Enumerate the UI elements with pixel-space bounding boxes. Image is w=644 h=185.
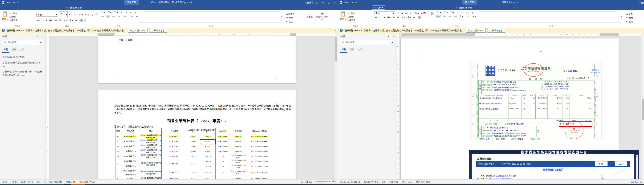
align-right-button[interactable] bbox=[112, 15, 116, 18]
table-cell[interactable]: 2100224130 bbox=[216, 144, 230, 149]
table-cell[interactable]: / bbox=[216, 169, 230, 177]
outline-heading[interactable] bbox=[338, 123, 396, 127]
shrink-font-button[interactable]: A˅ bbox=[73, 13, 77, 16]
table-cell[interactable]: 2.45 bbox=[187, 177, 200, 179]
language-indicator[interactable]: 英语(美国) bbox=[388, 180, 398, 183]
vertical-scrollbar[interactable] bbox=[335, 33, 338, 179]
format-painter-button[interactable]: 格式刷 bbox=[10, 19, 18, 22]
table-cell[interactable]: 4704106637 bbox=[162, 134, 187, 139]
invoice-scan-image[interactable]: 2100224130 辽宁增值税专用发票 全国统一发票监制章 辽 宁 国家税务总… bbox=[470, 62, 602, 140]
search-dropdown-icon[interactable]: ▾ bbox=[392, 42, 393, 43]
table-cell[interactable]: 00404046 bbox=[230, 139, 246, 144]
style-item[interactable] bbox=[256, 12, 268, 22]
outline-heading[interactable] bbox=[338, 146, 396, 149]
web-layout-icon[interactable] bbox=[640, 180, 642, 183]
tell-me-search[interactable]: 操作说明搜索 bbox=[454, 5, 474, 10]
decrease-indent-button[interactable]: ⇤ bbox=[120, 11, 123, 14]
ribbon-tab[interactable] bbox=[0, 8, 4, 10]
style-item[interactable] bbox=[526, 12, 538, 22]
proofing-icon[interactable] bbox=[37, 181, 40, 182]
indent-marker[interactable] bbox=[474, 33, 475, 34]
strike-button[interactable]: abc bbox=[386, 16, 391, 19]
table-cell[interactable]: 912111037591493888 bbox=[246, 169, 273, 177]
highlight-color-button[interactable]: ab̲ ▾ bbox=[406, 16, 412, 19]
ribbon-tab[interactable] bbox=[37, 8, 42, 10]
style-item[interactable] bbox=[561, 12, 573, 22]
shrink-font-button[interactable]: A˅ bbox=[410, 12, 414, 15]
font-color-button[interactable]: A ▾ bbox=[74, 19, 79, 22]
minimize-button[interactable]: — bbox=[320, 1, 326, 4]
ribbon-tab[interactable] bbox=[418, 8, 422, 10]
style-item[interactable] bbox=[596, 12, 608, 22]
decrease-indent-button[interactable]: ⇤ bbox=[456, 11, 460, 14]
align-center-button[interactable] bbox=[442, 15, 446, 18]
multilevel-button[interactable]: ▾ bbox=[450, 11, 455, 14]
copy-button[interactable]: 复制 bbox=[10, 15, 18, 18]
qat-more-icon[interactable]: ▾ bbox=[356, 1, 356, 4]
underline-button[interactable]: U ▾ bbox=[381, 16, 386, 19]
accessibility-indicator[interactable]: 辅助功能: 不可用 bbox=[79, 180, 96, 183]
table-cell[interactable]: 23212000000 bbox=[230, 177, 246, 179]
print-layout-icon[interactable] bbox=[636, 180, 638, 183]
replace-button[interactable]: ab替换 bbox=[286, 16, 302, 19]
table-cell[interactable]: 4704356529 bbox=[162, 177, 187, 179]
table-cell[interactable]: 天然石英砂滤料 bbox=[121, 159, 140, 164]
char-border-button[interactable]: A bbox=[431, 12, 434, 15]
nav-search-input[interactable] bbox=[342, 41, 390, 44]
table-cell[interactable]: 00404026 bbox=[230, 134, 246, 139]
table-cell[interactable]: 23212000000015881921 bbox=[230, 169, 246, 177]
superscript-button[interactable]: X² bbox=[58, 19, 62, 22]
strike-button[interactable]: abc bbox=[48, 19, 53, 22]
table-cell[interactable]: 天然石英砂滤料 bbox=[121, 169, 140, 173]
sort-button[interactable]: A↓ bbox=[466, 11, 470, 14]
print-layout-icon[interactable] bbox=[305, 180, 308, 183]
style-item[interactable] bbox=[174, 12, 186, 22]
nav-pane-options-icon[interactable]: ▾ bbox=[388, 36, 389, 38]
table-cell[interactable]: 4704184505 bbox=[162, 139, 187, 144]
ribbon-tab[interactable] bbox=[436, 8, 441, 10]
read-mode-icon[interactable] bbox=[631, 180, 634, 183]
table-cell[interactable]: 1 bbox=[116, 134, 121, 139]
table-cell[interactable]: 天然石英砂滤料 bbox=[121, 144, 140, 149]
outline-heading[interactable] bbox=[338, 138, 396, 142]
align-right-button[interactable] bbox=[448, 15, 452, 18]
page-1[interactable]: ……信息，以便网上…… bbox=[98, 36, 296, 83]
table-cell[interactable]: 辽河石油勘探局有限公司物资分公司 bbox=[140, 134, 162, 139]
table-cell[interactable]: 4.3605 bbox=[200, 134, 216, 139]
line-spacing-button[interactable]: ⇕ ▾ bbox=[122, 15, 127, 18]
subscript-button[interactable]: X₂ bbox=[392, 16, 396, 19]
proofing-icon[interactable] bbox=[382, 181, 384, 182]
table-cell[interactable]: 2.6811 bbox=[200, 154, 216, 159]
outline-heading[interactable] bbox=[338, 153, 396, 157]
select-button[interactable]: ↖选择 bbox=[626, 20, 643, 23]
table-cell[interactable]: 2.6811 bbox=[187, 154, 200, 159]
ribbon-tab[interactable] bbox=[18, 8, 23, 10]
table-cell[interactable]: 1.324 bbox=[187, 139, 200, 144]
table-cell[interactable]: 天然石英砂滤料 bbox=[121, 139, 140, 144]
outline-heading[interactable] bbox=[338, 127, 396, 131]
table-cell[interactable]: 2 bbox=[116, 139, 121, 144]
close-popup-button[interactable]: 关闭 bbox=[614, 161, 627, 166]
table-cell[interactable]: 辽河石油勘探局有限公司物资分公司 bbox=[140, 144, 162, 149]
table-cell[interactable]: 912111037591493888 bbox=[246, 139, 273, 144]
grow-font-button[interactable]: A˄ bbox=[68, 13, 72, 16]
nav-search-box[interactable]: ▾ bbox=[340, 40, 394, 45]
find-button[interactable]: 查找 bbox=[626, 12, 643, 15]
learn-more-button[interactable]: 了解详细信息 bbox=[149, 28, 167, 33]
table-cell[interactable]: 辽河石油勘探局有限公司物资分公司 bbox=[140, 177, 162, 179]
align-left-button[interactable] bbox=[100, 15, 104, 18]
sales-table[interactable]: 序号产品名称买方合同编号合同金额（万元）发票开具金额（万元）发票代码发票号码收款… bbox=[115, 128, 273, 179]
table-cell[interactable]: 辽河石油勘探局有限公司物资分公司 bbox=[140, 154, 162, 159]
table-cell[interactable]: 3.7581 bbox=[200, 169, 216, 177]
ribbon-tab[interactable] bbox=[14, 8, 18, 10]
accessibility-indicator[interactable]: 辅助功能: 调查 bbox=[416, 180, 430, 183]
table-cell[interactable]: / bbox=[216, 164, 230, 169]
grow-font-button[interactable]: A˄ bbox=[404, 12, 409, 15]
qat-more-icon[interactable]: ▾ bbox=[17, 1, 18, 4]
shading-fill-button[interactable]: 🗀 ▾ bbox=[465, 15, 470, 18]
table-cell[interactable]: 5 bbox=[116, 154, 121, 159]
bullets-button[interactable]: ▾ bbox=[100, 11, 105, 14]
table-cell[interactable]: 7 bbox=[116, 169, 121, 177]
outline-heading[interactable] bbox=[338, 90, 396, 94]
change-case-button[interactable]: Aa ▾ bbox=[414, 12, 420, 15]
